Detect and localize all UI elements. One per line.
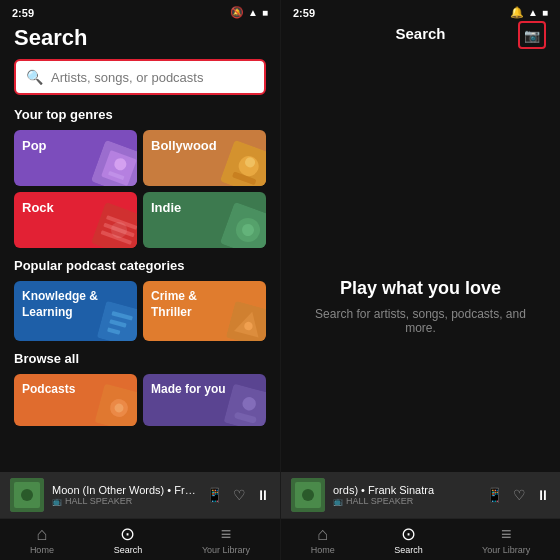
left-status-icons: 🔕 ▲ ■ bbox=[230, 6, 268, 19]
left-nav-home[interactable]: ⌂ Home bbox=[30, 525, 54, 555]
search-box[interactable]: 🔍 Artists, songs, or podcasts bbox=[14, 59, 266, 95]
browse-card-made-for[interactable]: Made for you bbox=[143, 374, 266, 426]
battery-icon: ■ bbox=[262, 7, 268, 18]
genre-grid: Pop Bollywood Rock bbox=[0, 130, 280, 258]
browse-card-podcasts[interactable]: Podcasts bbox=[14, 374, 137, 426]
search-nav-icon: ⊙ bbox=[120, 525, 135, 543]
right-search-icon: ⊙ bbox=[401, 525, 416, 543]
left-now-playing-bar[interactable]: Moon (In Other Words) • Frank 📺 HALL SPE… bbox=[0, 472, 280, 518]
right-nav-home[interactable]: ⌂ Home bbox=[311, 525, 335, 555]
left-heart-icon[interactable]: ♡ bbox=[233, 487, 246, 503]
right-time: 2:59 bbox=[293, 7, 315, 19]
right-album-thumb bbox=[291, 478, 325, 512]
right-nav-home-label: Home bbox=[311, 545, 335, 555]
left-nav-home-label: Home bbox=[30, 545, 54, 555]
right-nav-library[interactable]: ≡ Your Library bbox=[482, 525, 530, 555]
podcasts-art bbox=[95, 384, 137, 426]
podcast-card-knowledge[interactable]: Knowledge &Learning bbox=[14, 281, 137, 341]
left-now-playing-controls: 📱 ♡ ⏸ bbox=[206, 487, 270, 503]
left-now-playing-title: Moon (In Other Words) • Frank bbox=[52, 484, 198, 496]
library-icon: ≡ bbox=[221, 525, 232, 543]
home-icon: ⌂ bbox=[36, 525, 47, 543]
top-genres-label: Your top genres bbox=[0, 107, 280, 130]
right-notif-icon: 🔔 bbox=[510, 6, 524, 19]
camera-icon: 📷 bbox=[524, 28, 540, 43]
genre-card-indie[interactable]: Indie bbox=[143, 192, 266, 248]
right-now-playing-info: ords) • Frank Sinatra 📺 HALL SPEAKER bbox=[333, 484, 478, 506]
genre-label-pop: Pop bbox=[22, 138, 47, 154]
right-nav-search-label: Search bbox=[394, 545, 423, 555]
left-nav-search[interactable]: ⊙ Search bbox=[114, 525, 143, 555]
play-what-sub: Search for artists, songs, podcasts, and… bbox=[301, 307, 540, 335]
genre-card-pop[interactable]: Pop bbox=[14, 130, 137, 186]
wifi-icon: ▲ bbox=[248, 7, 258, 18]
search-icon: 🔍 bbox=[26, 69, 43, 85]
right-page-title: Search bbox=[395, 25, 445, 42]
indie-art bbox=[220, 202, 266, 248]
left-nav-library-label: Your Library bbox=[202, 545, 250, 555]
podcast-card-crime[interactable]: Crime &Thriller bbox=[143, 281, 266, 341]
made-for-art bbox=[224, 384, 266, 426]
browse-grid: Podcasts Made for you bbox=[0, 374, 280, 434]
play-what-title: Play what you love bbox=[340, 278, 501, 299]
podcast-grid: Knowledge &Learning Crime &Thriller bbox=[0, 281, 280, 351]
genre-label-bollywood: Bollywood bbox=[151, 138, 217, 154]
right-now-playing-title: ords) • Frank Sinatra bbox=[333, 484, 478, 496]
right-status-bar: 2:59 🔔 ▲ ■ bbox=[281, 0, 560, 21]
bollywood-art bbox=[220, 140, 266, 186]
genre-card-rock[interactable]: Rock bbox=[14, 192, 137, 248]
search-placeholder: Artists, songs, or podcasts bbox=[51, 70, 203, 85]
notification-icon: 🔕 bbox=[230, 6, 244, 19]
left-status-bar: 2:59 🔕 ▲ ■ bbox=[0, 0, 280, 21]
right-nav-search[interactable]: ⊙ Search bbox=[394, 525, 423, 555]
left-pause-icon[interactable]: ⏸ bbox=[256, 487, 270, 503]
right-now-playing-bar[interactable]: ords) • Frank Sinatra 📺 HALL SPEAKER 📱 ♡… bbox=[281, 472, 560, 518]
left-nav-search-label: Search bbox=[114, 545, 143, 555]
right-now-playing-controls: 📱 ♡ ⏸ bbox=[486, 487, 550, 503]
left-now-playing-sub: 📺 HALL SPEAKER bbox=[52, 496, 198, 506]
svg-point-34 bbox=[302, 489, 314, 501]
right-header: Search 📷 bbox=[281, 21, 560, 52]
svg-point-31 bbox=[21, 489, 33, 501]
knowledge-art bbox=[97, 301, 137, 341]
rock-art bbox=[91, 202, 137, 248]
left-panel: 2:59 🔕 ▲ ■ Search 🔍 Artists, songs, or p… bbox=[0, 0, 280, 560]
left-album-thumb bbox=[10, 478, 44, 512]
podcast-label: Popular podcast categories bbox=[0, 258, 280, 281]
left-page-title: Search bbox=[0, 21, 280, 59]
camera-button[interactable]: 📷 bbox=[518, 21, 546, 49]
right-status-icons: 🔔 ▲ ■ bbox=[510, 6, 548, 19]
genre-card-bollywood[interactable]: Bollywood bbox=[143, 130, 266, 186]
podcast-label-knowledge: Knowledge &Learning bbox=[22, 289, 98, 320]
right-bottom-nav: ⌂ Home ⊙ Search ≡ Your Library bbox=[281, 518, 560, 560]
pop-art bbox=[91, 140, 137, 186]
left-bottom-nav: ⌂ Home ⊙ Search ≡ Your Library bbox=[0, 518, 280, 560]
browse-label: Browse all bbox=[0, 351, 280, 374]
right-heart-icon[interactable]: ♡ bbox=[513, 487, 526, 503]
crime-art bbox=[226, 301, 266, 341]
right-wifi-icon: ▲ bbox=[528, 7, 538, 18]
podcast-label-crime: Crime &Thriller bbox=[151, 289, 197, 320]
right-device-icon[interactable]: 📱 bbox=[486, 487, 503, 503]
right-panel: 2:59 🔔 ▲ ■ Search 📷 Play what you love S… bbox=[280, 0, 560, 560]
browse-label-made-for: Made for you bbox=[151, 382, 226, 396]
left-time: 2:59 bbox=[12, 7, 34, 19]
left-now-playing-info: Moon (In Other Words) • Frank 📺 HALL SPE… bbox=[52, 484, 198, 506]
right-battery-icon: ■ bbox=[542, 7, 548, 18]
right-now-playing-sub: 📺 HALL SPEAKER bbox=[333, 496, 478, 506]
genre-label-indie: Indie bbox=[151, 200, 181, 216]
browse-label-podcasts: Podcasts bbox=[22, 382, 75, 396]
left-nav-library[interactable]: ≡ Your Library bbox=[202, 525, 250, 555]
left-device-icon[interactable]: 📱 bbox=[206, 487, 223, 503]
right-nav-library-label: Your Library bbox=[482, 545, 530, 555]
right-home-icon: ⌂ bbox=[317, 525, 328, 543]
right-pause-icon[interactable]: ⏸ bbox=[536, 487, 550, 503]
svg-rect-16 bbox=[97, 301, 137, 341]
genre-label-rock: Rock bbox=[22, 200, 54, 216]
right-library-icon: ≡ bbox=[501, 525, 512, 543]
